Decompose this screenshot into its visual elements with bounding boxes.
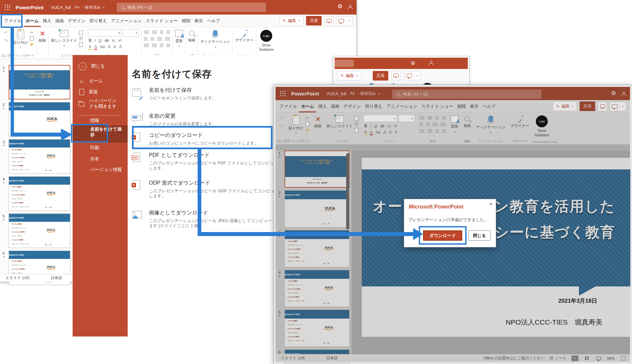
saved-status[interactable]: - 保存済み [82, 5, 101, 10]
backstage-version-button[interactable]: バージョン情報 [73, 167, 128, 173]
justify-icon[interactable] [427, 129, 432, 133]
tab-ファイル[interactable]: ファイル [278, 100, 299, 112]
shapes-button[interactable]: 図形 ∨ [451, 115, 459, 133]
align-left-icon[interactable] [157, 37, 162, 41]
tab-表示[interactable]: 表示 [192, 15, 205, 27]
new-slide-button[interactable]: 新しいスライド ∨ [327, 115, 353, 133]
slide-thumbnail-5[interactable]: 現代社会:VUCA時代• Volatility:変動性 環境の変化、めまぐるしい… [9, 213, 70, 248]
bold-button[interactable]: B [364, 124, 367, 128]
backstage-close-button[interactable]: ← 閉じる [73, 62, 128, 70]
shrink-font-button[interactable]: A [113, 44, 116, 49]
new-slide-button[interactable]: 新しいスライド ∨ [51, 29, 77, 47]
slide-sorter-view-button[interactable] [583, 355, 591, 361]
duplicate-slide-icon[interactable] [354, 128, 358, 133]
clear-format-button[interactable]: A [395, 130, 397, 135]
slide-thumbnail-5[interactable]: 現代社会:VUCA時代• Volatility:変動性 環境の変化、めまぐるしい… [284, 310, 349, 347]
format-painter-icon[interactable] [305, 128, 309, 132]
layout-icon[interactable] [355, 122, 358, 126]
tab-スライド ショー[interactable]: スライド ショー [144, 15, 179, 27]
tab-切り替え[interactable]: 切り替え [363, 100, 385, 112]
file-name[interactable]: VUCA_full [327, 91, 347, 96]
app-launcher-icon[interactable] [5, 5, 10, 10]
backstage-info-button[interactable]: 情報 [73, 118, 128, 124]
align-right-icon[interactable] [144, 44, 149, 48]
close-icon[interactable]: × [489, 201, 492, 207]
tab-アニメーション[interactable]: アニメーション [385, 100, 419, 112]
tab-表示[interactable]: 表示 [468, 100, 480, 112]
grow-font-button[interactable]: A [108, 44, 110, 49]
share-button[interactable]: 共有 [306, 16, 322, 26]
slide-thumbnail-4[interactable]: 現代社会:VUCA時代• Volatility:変動性 環境の変化、めまぐるしい… [9, 176, 70, 211]
slide-thumbnail-2[interactable]: 現代社会:VUCA時代VUCA⚙•⚙ [284, 190, 349, 227]
comments-button[interactable] [324, 16, 334, 26]
tab-切り替え[interactable]: 切り替え [88, 15, 109, 27]
font-size-select[interactable]: ∨ [123, 29, 139, 36]
tab-描画[interactable]: 描画 [53, 15, 66, 27]
align-left-icon[interactable] [433, 123, 438, 127]
show-taskpane-button[interactable]: Logo ShowTaskpane [534, 115, 549, 137]
search-input[interactable] [335, 60, 354, 67]
language-status[interactable]: 日本語 [51, 275, 62, 280]
present-button[interactable]: ∨ [336, 16, 352, 26]
bullet-list-icon[interactable] [144, 30, 149, 34]
slide-thumbnail-4[interactable]: 現代社会:VUCA時代• Volatility:変動性 環境の変化、めまぐるしい… [284, 270, 349, 307]
font-color-button[interactable]: A [370, 130, 372, 135]
decrease-indent-icon[interactable] [144, 37, 148, 41]
backstage-new-button[interactable]: 新規 [73, 89, 128, 95]
duplicate-slide-icon[interactable] [79, 42, 83, 47]
align-text-icon[interactable] [442, 129, 446, 133]
subscript-button[interactable]: x₂ [112, 38, 116, 43]
align-text-icon[interactable] [166, 44, 170, 48]
shrink-font-button[interactable]: A [389, 130, 392, 135]
tab-スライド ショー[interactable]: スライド ショー [419, 100, 455, 112]
feedback-link[interactable]: Office の品質向上にご協力ください [484, 356, 545, 361]
comments-button[interactable] [598, 102, 607, 111]
present-button[interactable]: ∨ [404, 71, 420, 80]
notes-button[interactable]: ノート [549, 356, 567, 361]
align-right-icon[interactable] [419, 129, 424, 133]
columns-icon[interactable] [435, 129, 439, 133]
align-center-icon[interactable] [165, 37, 170, 41]
font-size-select[interactable]: ∨ [399, 115, 414, 122]
tab-ホーム[interactable]: ホーム [299, 100, 316, 112]
line-spacing-icon[interactable] [435, 116, 439, 120]
editing-mode-button[interactable]: ✎編集∨ [279, 16, 303, 26]
decrease-indent-icon[interactable] [419, 123, 423, 127]
backstage-home-button[interactable]: ⌂ ホーム [73, 78, 128, 84]
search-input[interactable]: 検索 (Alt + Q) [117, 3, 266, 12]
numbered-list-icon[interactable] [152, 30, 157, 34]
find-button[interactable]: 検索 [188, 29, 195, 43]
reuse-slides-icon[interactable] [354, 116, 358, 121]
present-button[interactable]: ∨ [610, 102, 626, 111]
cut-icon[interactable]: ✂ [306, 116, 309, 120]
shapes-button[interactable]: 図形 ∨ [175, 29, 183, 48]
undo-icon[interactable]: ↶ [4, 30, 8, 36]
strikethrough-button[interactable]: ab [380, 124, 384, 128]
copy-icon[interactable] [30, 36, 34, 41]
show-taskpane-button[interactable]: Logo ShowTaskpane [259, 29, 274, 52]
editing-mode-button[interactable]: ✎編集∨ [337, 71, 361, 81]
designer-button[interactable]: デザイナー [235, 29, 254, 43]
tab-挿入[interactable]: 挿入 [316, 100, 329, 112]
align-center-icon[interactable] [441, 123, 446, 127]
dictation-button[interactable]: ディクテーション ∨ [200, 29, 230, 48]
language-status[interactable]: 日本語 [326, 356, 338, 361]
superscript-button[interactable]: x² [394, 124, 397, 128]
file-name[interactable]: VUCA_full [51, 5, 71, 10]
delete-button[interactable]: × 削除 [39, 29, 46, 43]
line-spacing-icon[interactable] [160, 30, 163, 34]
slide-thumbnail-1[interactable]: オープンオンライン教育を活用したコンピテンシーに基づく教育2021年3月18日N… [9, 65, 70, 99]
tab-ヘルプ[interactable]: ヘルプ [205, 15, 222, 27]
increase-indent-icon[interactable] [151, 37, 154, 41]
paste-button[interactable]: 貼り付け ∨ [288, 115, 303, 135]
tab-校閲[interactable]: 校閲 [455, 100, 468, 112]
columns-icon[interactable] [160, 44, 163, 48]
share-button[interactable]: 共有 [373, 71, 388, 81]
change-case-button[interactable]: Aa [100, 44, 105, 49]
search-input[interactable]: 検索 (Alt + Q) [392, 90, 541, 99]
undo-icon[interactable]: ↶ [279, 116, 284, 121]
tab-ホーム[interactable]: ホーム [24, 15, 41, 27]
change-case-button[interactable]: Aa [376, 130, 381, 135]
redo-icon[interactable]: ↷ [4, 38, 8, 44]
reuse-slides-icon[interactable] [79, 30, 83, 35]
